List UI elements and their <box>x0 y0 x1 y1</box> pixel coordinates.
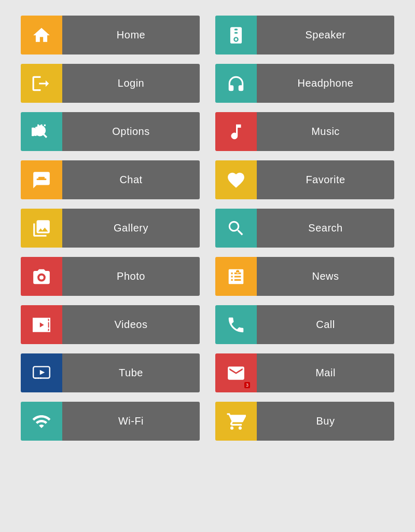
menu-item-options[interactable]: Options <box>21 112 200 151</box>
photo-label: Photo <box>62 257 200 296</box>
wifi-icon <box>21 402 62 441</box>
news-icon <box>215 257 257 296</box>
mail-icon: 3 <box>215 353 257 392</box>
login-label: Login <box>62 64 200 103</box>
search-label: Search <box>257 209 394 248</box>
tube-icon <box>21 353 62 392</box>
call-label: Call <box>257 305 394 344</box>
tube-label: Tube <box>62 353 200 392</box>
menu-item-music[interactable]: Music <box>215 112 394 151</box>
menu-item-speaker[interactable]: Speaker <box>215 16 394 54</box>
menu-item-gallery[interactable]: Gallery <box>21 209 200 248</box>
svg-point-0 <box>235 38 238 40</box>
login-icon <box>21 64 62 103</box>
speaker-icon <box>215 16 257 54</box>
search-icon <box>215 209 257 248</box>
menu-item-login[interactable]: Login <box>21 64 200 103</box>
speaker-label: Speaker <box>257 16 394 54</box>
music-icon <box>215 112 257 151</box>
gallery-label: Gallery <box>62 209 200 248</box>
menu-item-mail[interactable]: 3Mail <box>215 353 394 392</box>
mail-label: Mail <box>257 353 394 392</box>
menu-item-wifi[interactable]: Wi-Fi <box>21 402 200 441</box>
svg-point-2 <box>39 275 44 279</box>
menu-grid: HomeSpeakerLoginHeadphoneOptionsMusicCha… <box>21 16 394 441</box>
menu-item-home[interactable]: Home <box>21 16 200 54</box>
menu-item-tube[interactable]: Tube <box>21 353 200 392</box>
menu-item-videos[interactable]: Videos <box>21 305 200 344</box>
menu-item-buy[interactable]: Buy <box>215 402 394 441</box>
svg-point-10 <box>35 377 36 378</box>
videos-label: Videos <box>62 305 200 344</box>
music-label: Music <box>257 112 394 151</box>
wifi-label: Wi-Fi <box>62 402 200 441</box>
favorite-label: Favorite <box>257 160 394 199</box>
home-icon <box>21 16 62 54</box>
gallery-icon <box>21 209 62 248</box>
buy-icon <box>215 402 257 441</box>
headphone-icon <box>215 64 257 103</box>
home-label: Home <box>62 16 200 54</box>
svg-marker-9 <box>40 370 45 375</box>
menu-item-photo[interactable]: Photo <box>21 257 200 296</box>
menu-item-search[interactable]: Search <box>215 209 394 248</box>
chat-icon <box>21 160 62 199</box>
svg-point-12 <box>40 377 42 378</box>
menu-item-chat[interactable]: Chat <box>21 160 200 199</box>
menu-item-headphone[interactable]: Headphone <box>215 64 394 103</box>
buy-label: Buy <box>257 402 394 441</box>
menu-item-news[interactable]: News <box>215 257 394 296</box>
photo-icon <box>21 257 62 296</box>
options-label: Options <box>62 112 200 151</box>
headphone-label: Headphone <box>257 64 394 103</box>
videos-icon <box>21 305 62 344</box>
call-icon <box>215 305 257 344</box>
chat-label: Chat <box>62 160 200 199</box>
svg-text:+: + <box>233 181 237 188</box>
menu-item-call[interactable]: Call <box>215 305 394 344</box>
options-icon <box>21 112 62 151</box>
menu-item-favorite[interactable]: +Favorite <box>215 160 394 199</box>
svg-point-11 <box>37 377 39 378</box>
favorite-icon: + <box>215 160 257 199</box>
news-label: News <box>257 257 394 296</box>
